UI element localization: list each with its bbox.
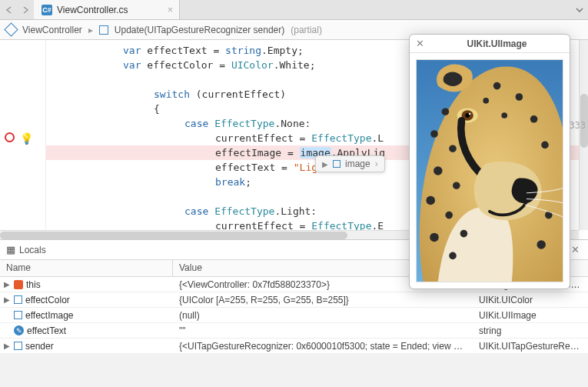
image-preview xyxy=(416,59,563,282)
vertical-scrollbar[interactable] xyxy=(579,40,588,230)
struct-icon xyxy=(14,295,22,304)
locals-var-value: {UIColor [A=255, R=255, G=255, B=255]} xyxy=(173,295,473,305)
locals-row[interactable]: ▶effectColor{UIColor [A=255, R=255, G=25… xyxy=(0,292,588,308)
class-icon xyxy=(14,280,23,289)
svg-point-13 xyxy=(430,233,439,242)
locals-var-value: (null) xyxy=(173,310,473,321)
locals-var-type: UIKit.UIImage xyxy=(473,310,588,321)
locals-row[interactable]: ▶sender{<UITapGestureRecognizer: 0x60000… xyxy=(0,339,588,354)
chevron-right-icon xyxy=(22,6,29,14)
disclosure-triangle-icon[interactable]: ▶ xyxy=(3,295,11,304)
locals-panel-icon: ▦ xyxy=(6,244,15,255)
locals-var-type: string xyxy=(473,325,588,336)
variable-hover-chip[interactable]: ▶ image › xyxy=(315,155,385,172)
svg-point-17 xyxy=(530,115,538,123)
locals-var-type: UIKit.UIColor xyxy=(473,295,588,305)
locals-var-value: "" xyxy=(173,325,473,336)
string-icon xyxy=(14,325,24,335)
tab-bar: C# ViewController.cs × xyxy=(0,0,588,20)
locals-var-name: sender xyxy=(25,341,54,352)
nav-forward-button[interactable] xyxy=(17,0,34,19)
nav-back-button[interactable] xyxy=(0,0,17,19)
chevron-down-icon xyxy=(576,8,583,12)
breadcrumb-class[interactable]: ViewController xyxy=(22,25,82,35)
file-tab[interactable]: C# ViewController.cs × xyxy=(34,0,180,19)
popover-close-button[interactable]: ✕ xyxy=(416,38,424,49)
svg-point-16 xyxy=(516,93,523,101)
locals-panel-title: Locals xyxy=(19,245,46,255)
chevron-right-icon: › xyxy=(375,158,378,169)
locals-var-type: UIKit.UITapGestureRecognizer xyxy=(473,341,588,352)
csharp-file-icon: C# xyxy=(42,5,52,15)
svg-point-15 xyxy=(493,82,501,90)
variable-chip-name: image xyxy=(345,158,370,169)
disclosure-triangle-icon[interactable]: ▶ xyxy=(3,342,11,350)
svg-point-7 xyxy=(449,145,457,152)
svg-point-19 xyxy=(483,98,489,104)
svg-point-9 xyxy=(453,182,460,189)
struct-icon xyxy=(14,311,22,319)
struct-icon xyxy=(333,160,341,168)
svg-point-12 xyxy=(460,230,468,238)
chevron-left-icon xyxy=(5,6,12,14)
locals-col-name[interactable]: Name xyxy=(0,260,173,276)
method-icon xyxy=(99,25,108,35)
breadcrumb-method[interactable]: Update(UITapGestureRecognizer sender) xyxy=(115,25,284,35)
lightbulb-icon[interactable]: 💡 xyxy=(20,132,33,145)
struct-icon xyxy=(14,342,22,350)
expand-triangle-icon[interactable]: ▶ xyxy=(322,160,328,168)
svg-point-6 xyxy=(430,130,438,138)
locals-var-name: effectColor xyxy=(25,295,70,305)
popover-title: UIKit.UIImage xyxy=(430,38,563,49)
breadcrumb-separator: ▸ xyxy=(88,25,93,35)
editor-gutter[interactable]: 💡 xyxy=(0,40,46,239)
breadcrumb-suffix: (partial) xyxy=(291,25,322,35)
tab-overflow-button[interactable] xyxy=(571,0,588,19)
svg-point-5 xyxy=(442,108,450,115)
disclosure-triangle-icon[interactable]: ▶ xyxy=(3,280,11,289)
class-icon xyxy=(4,22,18,36)
svg-point-14 xyxy=(449,252,457,260)
locals-var-name: effectText xyxy=(27,325,66,336)
locals-row[interactable]: ▶effectImage(null)UIKit.UIImage xyxy=(0,308,588,323)
svg-point-8 xyxy=(434,166,443,175)
svg-point-18 xyxy=(541,142,549,149)
locals-var-name: this xyxy=(26,279,41,290)
svg-point-21 xyxy=(537,240,546,249)
svg-point-11 xyxy=(445,212,453,219)
tab-close-button[interactable]: × xyxy=(168,5,173,15)
file-tab-label: ViewController.cs xyxy=(57,5,128,15)
locals-row[interactable]: ▶effectText""string xyxy=(0,323,588,339)
svg-point-10 xyxy=(426,196,435,205)
horizontal-scroll-thumb[interactable] xyxy=(0,232,347,239)
locals-var-name: effectImage xyxy=(25,310,73,321)
svg-point-20 xyxy=(501,112,507,118)
locals-var-value: {<UITapGestureRecognizer: 0x6000010f5300… xyxy=(173,341,473,352)
breakpoint-icon[interactable] xyxy=(5,132,15,142)
svg-point-4 xyxy=(469,113,470,115)
image-preview-popover: ✕ UIKit.UIImage xyxy=(409,34,570,289)
